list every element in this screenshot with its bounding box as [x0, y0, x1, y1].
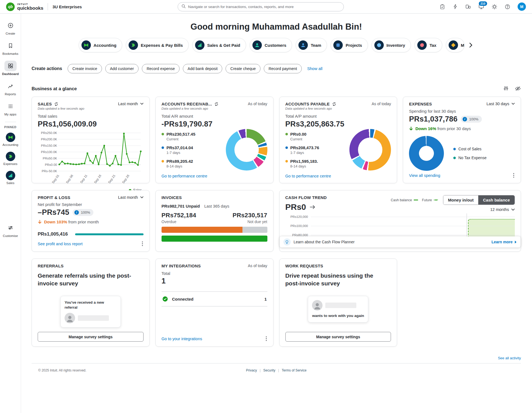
grid-icon — [7, 63, 14, 69]
connected-row[interactable]: Connected 1 — [162, 291, 267, 306]
legend-label: 8-14 days — [290, 164, 318, 168]
sidebar-item-dashboard[interactable]: Dashboard — [1, 58, 21, 78]
shortcut-label: Sales & Get Paid — [207, 43, 240, 48]
paid-bar[interactable] — [162, 236, 267, 242]
quickbooks-logo[interactable]: qb INTUIT quickbooks — [6, 2, 43, 11]
ar-performance-link[interactable]: Go to performance centre — [162, 174, 267, 178]
legend-value: PRs1,595,183. — [290, 159, 318, 164]
chevron-down-icon — [511, 208, 515, 211]
sales-line-chart-svg: PRs250.0KPRs200.0KPRs150.0KPRs100.0KPRs5… — [38, 130, 143, 188]
action-add-customer-button[interactable]: Add customer — [105, 64, 139, 73]
cashflow-y-tick: PRs120,000 — [285, 215, 308, 218]
sidebar: Create Bookmarks Dashboard Reports My ap… — [0, 14, 21, 413]
info-icon: i — [74, 210, 79, 215]
chevron-down-icon — [140, 196, 144, 198]
footer-link-security[interactable]: Security — [263, 368, 275, 372]
notifications-icon[interactable]: 210 — [478, 4, 484, 10]
pl-period-dropdown[interactable]: Last month — [118, 195, 144, 200]
ar-legend: PRs230,517.45 Current PRs37,014.04 1-7 d… — [162, 132, 208, 174]
shortcut-customers[interactable]: Customers — [250, 38, 292, 52]
down-arrow-icon — [409, 127, 413, 131]
sidebar-item-bookmarks[interactable]: Bookmarks — [1, 38, 21, 58]
shortcut-tax[interactable]: Tax — [415, 38, 442, 52]
connected-check-icon — [162, 296, 168, 302]
go-to-integrations-link[interactable]: Go to your integrations — [162, 337, 202, 341]
kebab-menu-icon[interactable] — [265, 336, 267, 342]
shortcut-projects[interactable]: Projects — [331, 38, 368, 52]
learn-more-link[interactable]: Learn more — [492, 240, 517, 244]
sidebar-item-my-apps[interactable]: My apps — [1, 99, 21, 118]
view-all-spending-link[interactable]: View all spending — [409, 173, 440, 178]
right-arrow-icon — [310, 205, 316, 210]
overdue-bar[interactable] — [162, 227, 267, 233]
settings-gear-icon[interactable] — [492, 4, 497, 10]
shortcut-team[interactable]: Team — [296, 38, 327, 52]
sidebar-item-label: Dashboard — [2, 72, 19, 76]
action-record-expense-button[interactable]: Record expense — [142, 64, 180, 73]
kebab-menu-icon[interactable] — [141, 241, 144, 247]
pinned-item-sales[interactable]: Sales — [1, 169, 21, 187]
sidebar-item-customise[interactable]: Customise — [1, 220, 21, 240]
expenses-info-pill[interactable]: i 100% — [461, 116, 482, 123]
solid-line-swatch — [414, 200, 418, 200]
see-all-activity-link[interactable]: See all activity — [498, 356, 521, 360]
ar-total-label: Total A/R amount — [162, 114, 267, 118]
refresh-icon[interactable] — [214, 102, 219, 106]
cashflow-period-dropdown[interactable]: 12 months — [490, 207, 515, 212]
sidebar-item-create[interactable]: Create — [1, 18, 21, 38]
work-request-preview-tile: wants to work with you again — [308, 296, 368, 322]
refresh-icon[interactable] — [54, 102, 58, 106]
pl-trend: Down 103% from prior month — [38, 220, 144, 224]
work-requests-heading: Drive repeat business using the post-inv… — [285, 272, 378, 288]
shortcut-inventory[interactable]: Inventory — [372, 38, 411, 52]
shortcut-sales-get-paid[interactable]: Sales & Get Paid — [192, 38, 246, 52]
action-add-bank-deposit-button[interactable]: Add bank deposit — [183, 64, 222, 73]
action-record-payment-button[interactable]: Record payment — [264, 64, 302, 73]
help-icon[interactable] — [505, 4, 510, 10]
sales-period-dropdown[interactable]: Last month — [118, 102, 144, 106]
cashflow-planner-banner: Learn about the Cash Flow Planner Learn … — [280, 236, 521, 247]
customize-widgets-icon[interactable] — [503, 86, 509, 92]
sidebar-item-label: Bookmarks — [2, 52, 19, 55]
user-avatar[interactable]: M — [518, 2, 526, 11]
legend-item: PRs0.00 Current — [285, 132, 332, 141]
sidebar-item-reports[interactable]: Reports — [1, 79, 21, 98]
pinned-item-expenses[interactable]: Expenses — [1, 149, 21, 168]
svg-text:PRs250.0K: PRs250.0K — [41, 131, 57, 135]
action-create-invoice-button[interactable]: Create invoice — [68, 64, 102, 73]
pl-report-link[interactable]: See profit and loss report — [38, 242, 83, 246]
svg-text:i: i — [464, 118, 465, 121]
manage-survey-settings-button[interactable]: Manage survey settings — [38, 332, 144, 342]
toggle-money-in-out[interactable]: Money in/out — [443, 195, 479, 205]
work-requests-card-title: WORK REQUESTS — [285, 264, 391, 268]
expenses-period-dropdown[interactable]: Last 30 days — [487, 102, 515, 106]
tasks-icon[interactable] — [439, 4, 445, 10]
shortcut-expenses-pay-bills[interactable]: Expenses & Pay Bills — [126, 38, 189, 52]
pl-info-pill[interactable]: i 100% — [73, 209, 93, 216]
quick-actions-icon[interactable] — [452, 4, 458, 9]
cashflow-legend: Cash balance Future — [391, 198, 438, 202]
shortcut-accounting[interactable]: Accounting — [79, 38, 122, 52]
shortcuts-next-button[interactable] — [468, 42, 474, 49]
footer-link-privacy[interactable]: Privacy — [246, 368, 257, 372]
refresh-icon[interactable] — [332, 102, 336, 106]
ap-card-title: ACCOUNTS PAYABLE — [285, 102, 330, 106]
apps-devices-icon[interactable] — [465, 4, 471, 10]
blob-glyph-icon — [419, 42, 425, 48]
brand-quickbooks: quickbooks — [17, 6, 43, 11]
action-create-cheque-button[interactable]: Create cheque — [226, 64, 260, 73]
shortcut-m[interactable]: M — [446, 38, 465, 52]
hide-widgets-eye-icon[interactable] — [515, 86, 521, 92]
footer-link-terms-of-service[interactable]: Terms of Service — [282, 368, 306, 372]
global-search[interactable] — [178, 2, 344, 11]
total-sales-value: PRs1,056,009.09 — [38, 120, 144, 128]
search-input[interactable] — [188, 5, 340, 9]
ap-performance-link[interactable]: Go to performance centre — [285, 174, 391, 178]
show-all-link[interactable]: Show all — [307, 66, 323, 71]
manage-survey-settings-button[interactable]: Manage survey settings — [285, 332, 391, 342]
pinned-item-accounting[interactable]: Accounting — [1, 130, 21, 149]
dotted-line-swatch — [434, 200, 438, 200]
svg-text:PRs-50.0K: PRs-50.0K — [42, 169, 57, 173]
kebab-menu-icon[interactable] — [513, 172, 515, 178]
toggle-cash-balance[interactable]: Cash balance — [478, 195, 515, 205]
